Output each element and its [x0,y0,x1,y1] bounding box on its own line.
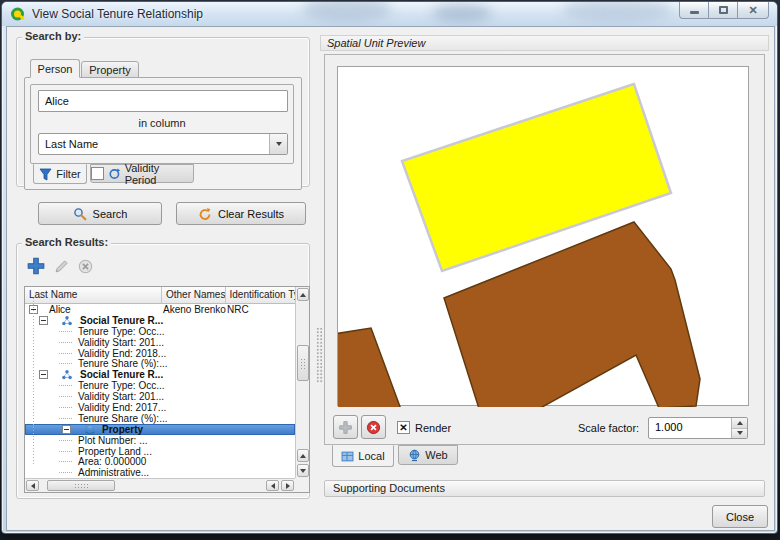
column-header-identification[interactable]: Identification Typ [226,287,296,303]
parcel-brown-small [338,328,406,407]
tab-person-label: Person [38,63,73,75]
tree-connector [59,396,73,397]
edit-record-button[interactable] [54,259,69,274]
tree-row-detail[interactable]: Tenure Share (%):... [25,413,295,424]
validity-checkbox[interactable] [91,167,104,180]
tree-row-detail[interactable]: Administrative... [25,467,295,478]
filter-funnel-icon [39,168,52,181]
results-table-header: Last Name Other Names Identification Typ [25,287,295,304]
spatial-preview-title: Spatial Unit Preview [320,35,769,51]
arrow-up-icon [300,454,306,458]
render-checkbox[interactable]: ✕ [397,421,410,434]
spin-up-button[interactable] [732,418,747,429]
combo-dropdown-button[interactable] [269,134,287,154]
tree-row-detail[interactable]: Plot Number: ... [25,435,295,446]
search-results-title: Search Results: [22,236,111,248]
horizontal-scrollbar[interactable] [25,478,295,492]
tree-row-detail[interactable]: Tenure Type: Occ... [25,380,295,391]
tree-connector [59,363,73,364]
tab-property[interactable]: Property [81,61,139,78]
map-canvas[interactable] [337,66,749,406]
clear-refresh-icon [198,207,212,221]
vertical-scrollbar[interactable] [295,287,309,478]
spin-down-button[interactable] [732,429,747,439]
tree-row-detail[interactable]: Property Land ... [25,446,295,457]
tree-guide-line [33,298,34,466]
add-record-button[interactable] [26,256,46,276]
tree-row-property[interactable]: Property [25,424,295,435]
column-select[interactable]: Last Name [38,133,288,155]
scrollbar-corner [295,478,309,492]
glass-reflection [432,4,492,22]
preview-remove-button[interactable] [361,415,386,439]
preview-add-button[interactable] [333,415,358,439]
titlebar[interactable]: View Social Tenure Relationship ✕ [2,2,777,26]
scroll-right-button[interactable] [281,480,294,491]
supporting-documents-label: Supporting Documents [333,482,445,494]
qgis-logo-icon [10,6,26,22]
tree-connector [59,418,73,419]
map-canvas-svg [338,67,750,407]
horizontal-scroll-thumb[interactable] [47,480,115,491]
scroll-up-button[interactable] [297,288,309,301]
tab-filter[interactable]: Filter [33,164,87,184]
tree-connector [59,461,73,462]
minimize-icon [690,11,699,14]
tree-row-detail[interactable]: Validity End: 2018... [25,348,295,359]
tree-connector [59,440,73,441]
vertical-scroll-thumb[interactable] [297,345,309,381]
splitter-handle[interactable] [316,327,323,383]
delete-record-button[interactable] [78,259,93,274]
column-header-other-names[interactable]: Other Names [162,287,226,303]
tree-row-detail[interactable]: Tenure Share (%):... [25,358,295,369]
tab-local[interactable]: Local [332,445,394,467]
scroll-down-button[interactable] [297,464,309,477]
search-button[interactable]: Search [38,202,162,225]
local-db-icon [341,450,354,463]
scroll-left-button[interactable] [26,480,39,491]
arrow-up-icon [737,421,743,425]
tab-validity-label: Validity Period [125,162,193,186]
validity-clock-icon [108,167,121,180]
search-text-input[interactable]: Alice [38,90,288,112]
maximize-icon [719,6,728,14]
tree-row-social-tenure[interactable]: Social Tenure R... [25,369,295,380]
maximize-button[interactable] [708,2,737,19]
tree-row-detail[interactable]: Validity Start: 201... [25,337,295,348]
arrow-left-icon [271,483,275,489]
search-text-value: Alice [45,95,69,107]
minimize-button[interactable] [679,2,708,19]
scale-factor-label: Scale factor: [578,422,639,434]
tree-row-social-tenure[interactable]: Social Tenure R... [25,315,295,326]
social-tenure-icon [61,315,73,326]
dialog-client-area: Search by: Person Property Alice in colu… [6,26,775,531]
arrow-down-icon [737,431,743,435]
remove-circle-icon [366,420,381,435]
tab-local-label: Local [358,450,384,462]
expander-icon[interactable] [39,370,48,379]
tab-validity-period[interactable]: Validity Period [90,164,194,183]
tree-row-detail[interactable]: Tenure Type: Occ... [25,326,295,337]
tree-row-party[interactable]: AliceAkeno BrenkoNRC [25,304,295,315]
supporting-documents-bar[interactable]: Supporting Documents [324,480,765,497]
tree-row-detail[interactable]: Validity End: 2017... [25,402,295,413]
tab-property-label: Property [89,64,131,76]
scale-factor-spinbox[interactable]: 1.000 [648,417,748,439]
dialog-window: View Social Tenure Relationship ✕ Search… [1,1,778,534]
expander-icon[interactable] [62,425,71,434]
search-magnifier-icon [73,207,87,221]
expander-icon[interactable] [39,316,48,325]
tree-row-detail[interactable]: Area: 0.000000 [25,456,295,467]
close-button[interactable]: Close [712,505,768,528]
tab-web[interactable]: Web [398,445,458,465]
close-window-button[interactable]: ✕ [737,2,769,19]
tree-row-detail[interactable]: Validity Start: 201... [25,391,295,402]
scroll-up-button-2[interactable] [297,449,309,462]
scroll-left-button-2[interactable] [266,480,279,491]
clear-results-button[interactable]: Clear Results [176,202,306,225]
add-plus-icon [338,420,353,435]
tab-person[interactable]: Person [30,59,80,78]
tree-connector [59,407,73,408]
column-header-last-name[interactable]: Last Name [25,287,162,303]
tree-connector [59,451,73,452]
